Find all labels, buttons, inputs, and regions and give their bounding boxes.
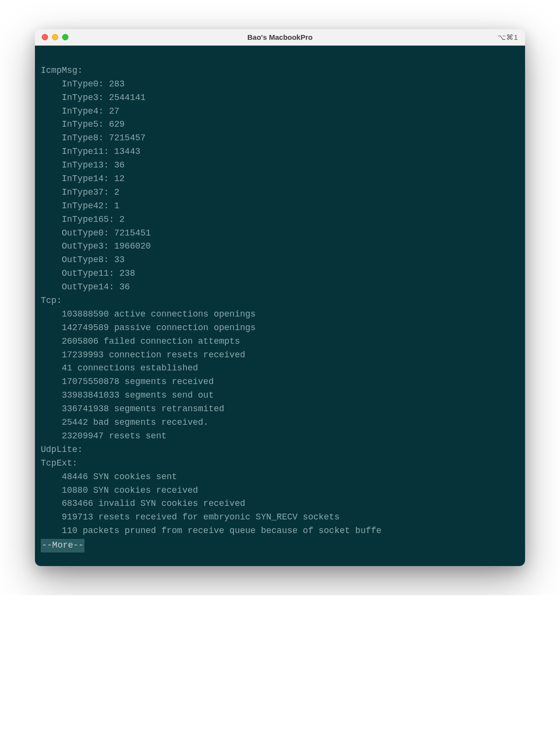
section-header-icmpmsg: IcmpMsg: [41, 66, 82, 75]
output-line: 33983841033 segments send out [41, 389, 519, 402]
window-shortcut: ⌥⌘1 [497, 33, 518, 42]
output-line: 103888590 active connections openings [41, 308, 519, 321]
output-line: 142749589 passive connection openings [41, 321, 519, 335]
section-header-tcp: Tcp: [41, 296, 62, 305]
output-line: InType8: 7215457 [41, 132, 519, 145]
output-line: 23209947 resets sent [41, 430, 519, 443]
output-line: 110 packets pruned from receive queue be… [41, 524, 519, 538]
terminal-window: Bao's MacbookPro ⌥⌘1 IcmpMsg: InType0: 2… [35, 29, 525, 566]
traffic-lights [42, 34, 68, 40]
output-line: 2605806 failed connection attempts [41, 335, 519, 349]
output-line: InType165: 2 [41, 213, 519, 227]
output-line: InType42: 1 [41, 200, 519, 213]
output-line: OutType14: 36 [41, 281, 519, 294]
output-line: InType4: 27 [41, 105, 519, 118]
section-header-udplite: UdpLite: [41, 445, 82, 454]
output-line: InType3: 2544141 [41, 91, 519, 105]
window-title: Bao's MacbookPro [35, 33, 525, 41]
terminal-output[interactable]: IcmpMsg: InType0: 283InType3: 2544141InT… [35, 46, 525, 566]
output-line: InType37: 2 [41, 186, 519, 200]
pager-more[interactable]: --More-- [41, 539, 84, 552]
output-line: OutType11: 238 [41, 267, 519, 281]
output-line: 10880 SYN cookies received [41, 484, 519, 498]
minimize-icon[interactable] [52, 34, 58, 40]
output-line: OutType8: 33 [41, 253, 519, 267]
output-line: 336741938 segments retransmited [41, 402, 519, 416]
output-line: OutType0: 7215451 [41, 227, 519, 240]
output-line: InType11: 13443 [41, 145, 519, 159]
output-line: 48446 SYN cookies sent [41, 470, 519, 484]
output-line: 17075550878 segments received [41, 375, 519, 389]
close-icon[interactable] [42, 34, 48, 40]
output-line: 17239993 connection resets received [41, 349, 519, 362]
output-line: 25442 bad segments received. [41, 416, 519, 430]
output-line: 683466 invalid SYN cookies received [41, 497, 519, 511]
output-line: InType0: 283 [41, 78, 519, 91]
output-line: 919713 resets received for embryonic SYN… [41, 511, 519, 524]
section-header-tcpext: TcpExt: [41, 458, 78, 468]
output-line: InType13: 36 [41, 159, 519, 172]
output-line: InType5: 629 [41, 118, 519, 132]
output-line: InType14: 12 [41, 172, 519, 186]
fullscreen-icon[interactable] [62, 34, 68, 40]
output-line: OutType3: 1966020 [41, 240, 519, 253]
titlebar: Bao's MacbookPro ⌥⌘1 [35, 29, 525, 46]
output-line: 41 connections established [41, 362, 519, 375]
